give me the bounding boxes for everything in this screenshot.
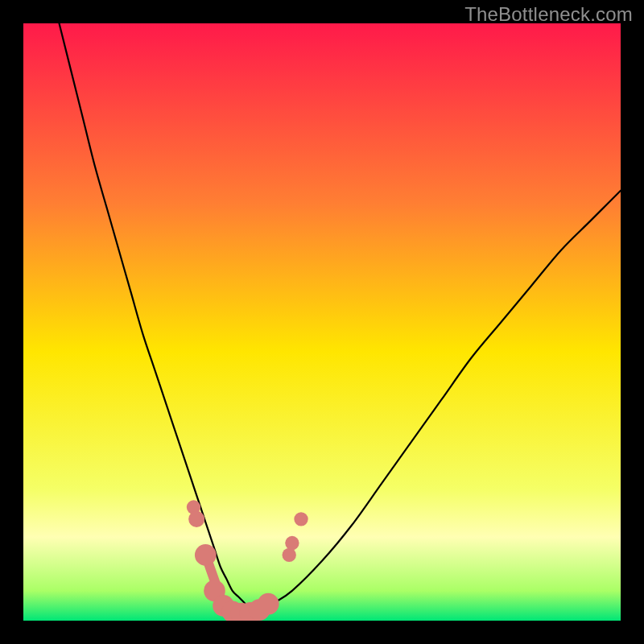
data-marker [285,536,299,550]
data-marker [258,593,279,615]
data-marker [294,512,308,526]
bottleneck-plot [23,23,621,621]
data-marker [188,511,204,527]
data-marker [195,544,217,566]
data-marker [283,548,296,562]
chart-frame: TheBottleneck.com [0,0,644,644]
watermark-text: TheBottleneck.com [464,3,633,26]
plot-background [23,23,621,621]
